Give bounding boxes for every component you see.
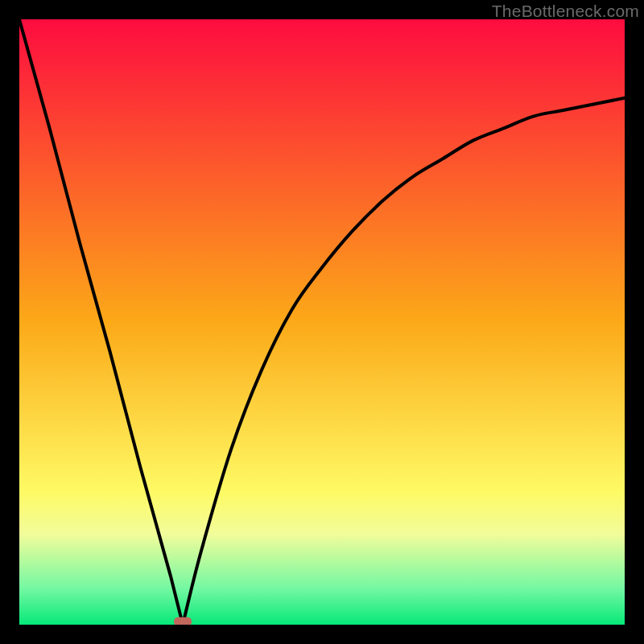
gradient-background (19, 19, 625, 625)
chart-frame (19, 19, 625, 625)
watermark-text: TheBottleneck.com (492, 2, 639, 21)
chart-svg (19, 19, 625, 625)
minimum-marker (174, 617, 192, 625)
